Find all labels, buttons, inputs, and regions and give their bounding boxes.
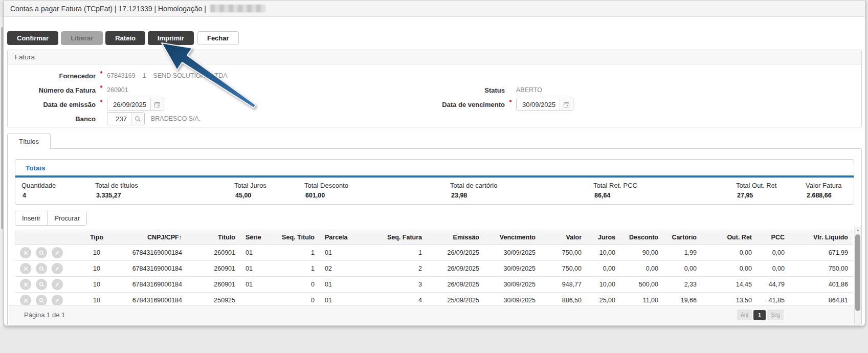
fatura-form-right: Status ABERTO Data de vencimento * xyxy=(430,83,573,112)
total-quantidade: Quantidade 4 xyxy=(21,182,95,199)
titulos-panel: Totais Quantidade 4 Total de títulos 3.3… xyxy=(7,148,862,326)
table-header-row: Tipo CNPJ/CPF↑ Título Série Seq. Título … xyxy=(15,230,853,245)
window-title-text: Contas a pagar Fatura (TCpFat) | 17.1213… xyxy=(10,5,206,13)
data-vencimento-label: Data de vencimento xyxy=(430,101,505,108)
totais-box: Totais Quantidade 4 Total de títulos 3.3… xyxy=(15,159,854,205)
total-desconto: Total Desconto 601,00 xyxy=(304,182,450,199)
fatura-form: Fornecedor * 678431691SEND SOLUTIONS LTD… xyxy=(8,64,861,127)
calendar-icon[interactable] xyxy=(150,98,164,111)
totais-title: Totais xyxy=(15,160,854,175)
current-page-button[interactable]: 1 xyxy=(753,310,766,320)
pager: Ant 1 Seg xyxy=(737,310,784,320)
banco-label: Banco xyxy=(8,115,96,123)
col-pcc[interactable]: PCC xyxy=(757,230,790,245)
fornecedor-label: Fornecedor xyxy=(8,72,96,80)
redacted-username xyxy=(210,5,265,12)
window-titlebar: Contas a pagar Fatura (TCpFat) | 17.1213… xyxy=(4,1,865,17)
edit-row-icon[interactable] xyxy=(52,295,63,306)
main-content: Confirmar Liberar Rateio Imprimir Fechar… xyxy=(4,17,865,326)
delete-row-icon[interactable] xyxy=(20,279,31,290)
data-vencimento-row: Data de vencimento * xyxy=(430,97,573,112)
imprimir-button[interactable]: Imprimir xyxy=(148,31,194,45)
col-cartorio[interactable]: Cartório xyxy=(663,230,702,245)
delete-row-icon[interactable] xyxy=(20,247,31,258)
scroll-up-icon[interactable]: ▲ xyxy=(855,227,861,233)
banco-input-group xyxy=(107,112,145,125)
total-cartorio: Total de cartório 23,98 xyxy=(450,182,593,199)
col-juros[interactable]: Juros xyxy=(587,230,620,245)
table-row: 10 67843169000184 260901 01 1 02 2 26/09… xyxy=(15,261,853,277)
valor-fatura: Valor Fatura 2.688,66 xyxy=(806,182,854,199)
col-vlr-liquido[interactable]: Vlr. Líquido xyxy=(790,230,853,245)
col-serie[interactable]: Série xyxy=(240,230,266,245)
col-emissao[interactable]: Emissão xyxy=(427,230,484,245)
edit-row-icon[interactable] xyxy=(52,263,63,274)
page-indicator: Página 1 de 1 xyxy=(24,311,65,319)
view-row-icon[interactable] xyxy=(36,247,47,258)
fechar-button[interactable]: Fechar xyxy=(197,31,239,45)
data-emissao-label: Data de emissão xyxy=(8,101,96,108)
next-page-button[interactable]: Seg xyxy=(767,310,784,320)
vertical-scrollbar[interactable]: ▲ xyxy=(854,227,861,325)
total-out-ret: Total Out. Ret 27,95 xyxy=(736,182,806,199)
col-seq-titulo[interactable]: Seq. Título xyxy=(266,230,320,245)
col-seq-fatura[interactable]: Seq. Fatura xyxy=(346,230,427,245)
fornecedor-code: 67843169 xyxy=(107,72,136,79)
required-asterisk: * xyxy=(96,70,107,77)
fornecedor-value: 678431691SEND SOLUTIONS LTDA xyxy=(107,72,228,79)
procurar-button[interactable]: Procurar xyxy=(47,211,86,225)
col-cnpj-cpf[interactable]: CNPJ/CPF↑ xyxy=(109,230,187,245)
view-row-icon[interactable] xyxy=(36,263,47,274)
status-label: Status xyxy=(430,86,505,94)
calendar-icon[interactable] xyxy=(560,98,573,111)
status-value: ABERTO xyxy=(516,86,542,94)
view-row-icon[interactable] xyxy=(36,295,47,306)
tab-bar: Títulos xyxy=(7,134,862,148)
liberar-button[interactable]: Liberar xyxy=(61,31,103,45)
col-parcela[interactable]: Parcela xyxy=(320,230,346,245)
titulos-table: Tipo CNPJ/CPF↑ Título Série Seq. Título … xyxy=(15,230,853,308)
confirmar-button[interactable]: Confirmar xyxy=(7,31,58,45)
grid-toolbar: Inserir Procurar xyxy=(15,211,87,226)
data-emissao-input-group xyxy=(107,98,164,111)
col-titulo[interactable]: Título xyxy=(187,230,240,245)
numero-fatura-label: Número da Fatura xyxy=(8,86,96,94)
edit-row-icon[interactable] xyxy=(52,279,63,290)
banco-input[interactable] xyxy=(107,113,131,125)
fornecedor-name: SEND SOLUTIONS LTDA xyxy=(153,72,228,79)
tab-titulos[interactable]: Títulos xyxy=(7,134,51,149)
edit-row-icon[interactable] xyxy=(52,247,63,258)
status-row: Status ABERTO xyxy=(430,83,573,97)
col-tipo[interactable]: Tipo xyxy=(84,230,109,245)
table-row: 10 67843169000184 260901 01 0 01 3 26/09… xyxy=(15,277,853,293)
inserir-button[interactable]: Inserir xyxy=(15,211,47,225)
required-asterisk: * xyxy=(96,99,107,106)
fatura-panel: Fatura Fornecedor * 678431691SEND SOLUTI… xyxy=(7,50,862,127)
total-ret-pcc: Total Ret. PCC 86,64 xyxy=(593,182,736,199)
actions-column-header xyxy=(15,230,84,245)
vertical-scrollbar-thumb[interactable] xyxy=(855,234,860,311)
col-vencimento[interactable]: Vencimento xyxy=(484,230,541,245)
delete-row-icon[interactable] xyxy=(20,263,31,274)
data-vencimento-input[interactable] xyxy=(517,98,560,111)
fatura-panel-title: Fatura xyxy=(8,50,861,64)
page: Contas a pagar Fatura (TCpFat) | 17.1213… xyxy=(0,0,868,353)
data-emissao-input[interactable] xyxy=(107,98,150,111)
toolbar: Confirmar Liberar Rateio Imprimir Fechar xyxy=(7,31,862,45)
col-desconto[interactable]: Desconto xyxy=(620,230,663,245)
delete-row-icon[interactable] xyxy=(20,295,31,306)
col-valor[interactable]: Valor xyxy=(541,230,587,245)
total-juros: Total Juros 45,00 xyxy=(234,182,304,199)
fornecedor-seq: 1 xyxy=(143,72,146,79)
search-icon[interactable] xyxy=(131,113,144,125)
page-left-scrollbar-thumb[interactable] xyxy=(1,27,3,229)
total-titulos: Total de títulos 3.335,27 xyxy=(95,182,234,199)
rateio-button[interactable]: Rateio xyxy=(105,31,145,45)
view-row-icon[interactable] xyxy=(36,279,47,290)
fornecedor-row: Fornecedor * 678431691SEND SOLUTIONS LTD… xyxy=(8,69,861,83)
col-out-ret[interactable]: Out. Ret xyxy=(702,230,757,245)
previous-page-button[interactable]: Ant xyxy=(737,310,752,320)
numero-fatura-value: 260901 xyxy=(107,86,128,94)
data-vencimento-input-group xyxy=(516,98,573,111)
banco-row: Banco BRADESCO S/A. xyxy=(8,112,861,126)
